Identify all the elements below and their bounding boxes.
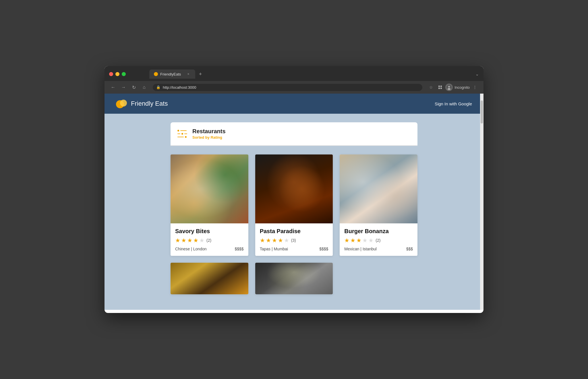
restaurant-meta: Chinese | London $$$$ — [175, 247, 244, 251]
lock-icon: 🔒 — [156, 85, 160, 89]
review-count: (2) — [206, 238, 211, 243]
cuisine-location: Mexican | Istanbul — [344, 247, 377, 251]
restaurant-name: Pasta Paradise — [260, 228, 328, 235]
tab-close-button[interactable]: × — [186, 72, 191, 76]
restaurant-card[interactable]: Pasta Paradise ★★★★★ (3) Tapas | Mumbai … — [255, 154, 333, 256]
review-count: (2) — [376, 238, 380, 243]
tab-title-label: FriendlyEats — [160, 72, 184, 76]
star-filled-icon: ★ — [272, 237, 277, 244]
new-tab-button[interactable]: + — [196, 70, 204, 78]
close-window-button[interactable] — [109, 72, 113, 76]
review-count: (3) — [291, 238, 296, 243]
scrollbar-thumb[interactable] — [481, 100, 483, 123]
restaurant-image — [255, 263, 333, 294]
browser-nav: ← → ↻ ⌂ 🔒 http://localhost:3000 ☆ — [105, 81, 483, 94]
star-filled-icon: ★ — [260, 237, 265, 244]
filter-dot-2 — [181, 133, 183, 135]
app-header: Friendly Eats Sign In with Google — [105, 94, 483, 114]
svg-rect-3 — [440, 88, 442, 89]
restaurants-header: Restaurants Sorted by Rating — [171, 122, 417, 146]
star-filled-icon: ★ — [266, 237, 271, 244]
star-empty-icon: ★ — [362, 237, 368, 244]
restaurant-info: Pasta Paradise ★★★★★ (3) Tapas | Mumbai … — [255, 223, 333, 256]
star-empty-icon: ★ — [199, 237, 204, 244]
restaurant-meta: Mexican | Istanbul $$$ — [344, 247, 413, 251]
price: $$$$ — [235, 247, 244, 251]
price: $$$ — [406, 247, 413, 251]
star-filled-icon: ★ — [193, 237, 198, 244]
filter-line-2 — [177, 133, 188, 135]
cuisine-location: Tapas | Mumbai — [260, 247, 288, 251]
incognito-label: Incognito — [454, 85, 470, 90]
restaurant-card[interactable] — [255, 263, 333, 294]
restaurant-info: Savory Bites ★★★★★ (2) Chinese | London … — [171, 223, 248, 256]
filter-bar-3 — [177, 137, 184, 137]
cuisine-location: Chinese | London — [175, 247, 207, 251]
window-controls[interactable]: ⌄ — [475, 72, 479, 76]
svg-rect-2 — [438, 88, 440, 89]
restaurant-card[interactable] — [171, 263, 248, 294]
restaurant-image — [255, 154, 333, 223]
star-filled-icon: ★ — [175, 237, 180, 244]
app-logo: Friendly Eats — [116, 98, 168, 109]
extensions-button[interactable] — [436, 83, 444, 91]
tab-favicon-icon — [154, 72, 158, 76]
content-wrapper: Restaurants Sorted by Rating Savory Bite… — [165, 122, 423, 294]
incognito-avatar-icon — [445, 84, 453, 91]
restaurant-grid: Savory Bites ★★★★★ (2) Chinese | London … — [171, 154, 417, 256]
star-filled-icon: ★ — [181, 237, 186, 244]
svg-rect-0 — [438, 86, 440, 87]
active-tab[interactable]: FriendlyEats × — [149, 69, 195, 79]
restaurant-name: Burger Bonanza — [344, 228, 413, 235]
restaurant-meta: Tapas | Mumbai $$$$ — [260, 247, 328, 251]
filter-bar-2b — [184, 134, 187, 134]
scrollbar[interactable] — [480, 94, 483, 310]
price: $$$$ — [319, 247, 328, 251]
star-rating: ★★★★★ (2) — [344, 237, 413, 244]
browser-window: FriendlyEats × + ⌄ ← → ↻ ⌂ 🔒 http://loca… — [105, 66, 483, 313]
filter-line-3 — [177, 136, 188, 138]
restaurant-card[interactable]: Savory Bites ★★★★★ (2) Chinese | London … — [171, 154, 248, 256]
restaurants-subtitle: Sorted by Rating — [192, 135, 226, 140]
minimize-window-button[interactable] — [115, 72, 119, 76]
app-body: Restaurants Sorted by Rating Savory Bite… — [105, 114, 483, 310]
star-empty-icon: ★ — [284, 237, 289, 244]
browser-chrome: FriendlyEats × + ⌄ ← → ↻ ⌂ 🔒 http://loca… — [105, 66, 483, 94]
address-text: http://localhost:3000 — [163, 85, 196, 90]
star-filled-icon: ★ — [278, 237, 283, 244]
restaurant-card[interactable]: Burger Bonanza ★★★★★ (2) Mexican | Istan… — [340, 154, 417, 256]
bookmark-button[interactable]: ☆ — [427, 83, 435, 91]
app-logo-icon — [116, 98, 127, 109]
filter-bar-2a — [177, 134, 180, 134]
address-bar[interactable]: 🔒 http://localhost:3000 — [153, 84, 422, 91]
svg-point-8 — [120, 100, 127, 107]
restaurant-info: Burger Bonanza ★★★★★ (2) Mexican | Istan… — [340, 223, 417, 256]
forward-button[interactable]: → — [119, 83, 127, 91]
back-button[interactable]: ← — [109, 83, 117, 91]
tab-bar: FriendlyEats × + — [129, 69, 225, 79]
star-filled-icon: ★ — [187, 237, 192, 244]
restaurant-image — [171, 263, 248, 294]
filter-icon[interactable] — [177, 129, 188, 139]
menu-button[interactable]: ⋮ — [471, 83, 479, 91]
restaurant-grid-row2 — [171, 263, 417, 294]
restaurants-title: Restaurants — [192, 128, 226, 135]
home-button[interactable]: ⌂ — [140, 83, 148, 91]
refresh-button[interactable]: ↻ — [130, 83, 138, 91]
filter-line-1 — [177, 130, 188, 132]
traffic-lights — [109, 72, 126, 76]
star-empty-icon: ★ — [368, 237, 374, 244]
restaurant-image — [340, 154, 417, 223]
incognito-button[interactable]: Incognito — [445, 84, 470, 91]
star-rating: ★★★★★ (3) — [260, 237, 328, 244]
maximize-window-button[interactable] — [122, 72, 126, 76]
star-rating: ★★★★★ (2) — [175, 237, 244, 244]
app-name-label: Friendly Eats — [131, 100, 168, 107]
filter-dot-1 — [177, 130, 179, 132]
star-filled-icon: ★ — [350, 237, 355, 244]
sign-in-button[interactable]: Sign In with Google — [435, 101, 472, 106]
restaurants-title-block: Restaurants Sorted by Rating — [192, 128, 226, 140]
svg-rect-1 — [440, 86, 442, 87]
restaurant-image — [171, 154, 248, 223]
star-filled-icon: ★ — [344, 237, 349, 244]
